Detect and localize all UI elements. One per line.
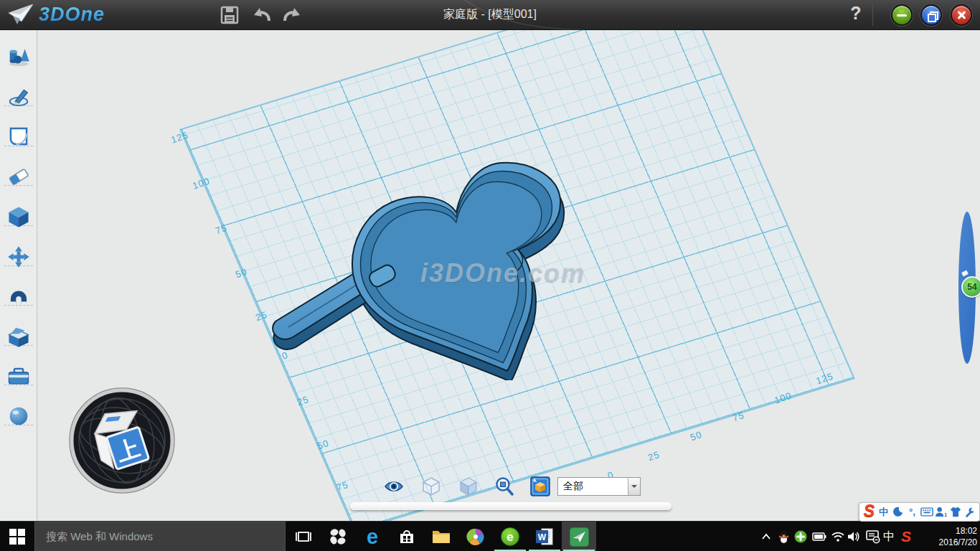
combine-tool-icon[interactable] bbox=[7, 325, 30, 348]
eraser-tool-icon[interactable] bbox=[7, 165, 30, 188]
help-button[interactable]: ? bbox=[847, 3, 865, 27]
chevron-up-icon bbox=[761, 533, 771, 540]
score-badge[interactable]: 54 bbox=[961, 276, 980, 298]
titlebar: 3DOne 家庭版 - [模型001] ? bbox=[0, 0, 980, 30]
colorful-pinwheel-icon bbox=[466, 527, 485, 546]
tray-input-indicator[interactable]: 中 bbox=[881, 522, 897, 551]
visibility-eye-icon[interactable] bbox=[384, 476, 404, 496]
app-logo: 3DOne bbox=[7, 3, 105, 26]
ime-moon-icon[interactable] bbox=[891, 504, 905, 520]
ime-user-badge: 11 bbox=[944, 512, 947, 517]
ime-user-button[interactable]: 11 bbox=[934, 504, 948, 520]
taskbar-app-green-browser[interactable]: e bbox=[493, 522, 527, 551]
sketch-tool-icon[interactable] bbox=[7, 85, 30, 108]
green-browser-glyph: e bbox=[507, 531, 513, 543]
display-filter-value: 全部 bbox=[558, 480, 628, 493]
tray-action-center[interactable] bbox=[864, 522, 882, 551]
ime-toolbar: S 中 °, 11 bbox=[859, 502, 980, 522]
windows-logo-icon bbox=[9, 529, 25, 545]
axis-label: 25 bbox=[646, 449, 661, 463]
battery-icon bbox=[812, 532, 826, 541]
view-cube[interactable]: 上 bbox=[65, 383, 179, 498]
taskbar-app-store[interactable] bbox=[390, 522, 424, 551]
titlebar-separator bbox=[872, 4, 873, 26]
save-icon[interactable] bbox=[220, 5, 240, 25]
move-tool-icon[interactable] bbox=[7, 245, 30, 268]
shaded-cube-icon[interactable] bbox=[458, 476, 479, 496]
clock-date: 2016/7/20 bbox=[930, 537, 977, 548]
clock-time: 18:02 bbox=[930, 525, 977, 537]
zoom-magnifier-icon[interactable] bbox=[494, 476, 514, 496]
wireframe-cube-icon[interactable] bbox=[421, 476, 441, 496]
taskbar-app-edge[interactable]: e bbox=[355, 522, 390, 551]
chevron-down-icon[interactable] bbox=[628, 478, 640, 495]
word-icon: W bbox=[535, 528, 554, 545]
ime-settings-wrench-icon[interactable] bbox=[963, 504, 976, 520]
pinwheel-icon bbox=[329, 528, 347, 545]
magnet-tool-icon[interactable] bbox=[7, 285, 30, 308]
tool-sidebar bbox=[0, 30, 37, 521]
ime-punctuation-button[interactable]: °, bbox=[905, 504, 919, 520]
tray-wifi[interactable] bbox=[829, 522, 847, 551]
viewport-canvas[interactable]: 125 100 75 50 25 0 25 50 75 0 25 50 75 1… bbox=[0, 0, 980, 551]
ime-mode-button[interactable]: 中 bbox=[877, 504, 890, 520]
render-tool-icon[interactable] bbox=[7, 405, 30, 428]
view-toolbar-handle[interactable] bbox=[350, 502, 672, 510]
3done-app-icon bbox=[570, 527, 589, 547]
close-icon bbox=[956, 10, 966, 20]
primitives-tool-icon[interactable] bbox=[7, 44, 30, 67]
toolbox-tool-icon[interactable] bbox=[7, 365, 30, 388]
render-mode-icon[interactable] bbox=[530, 476, 550, 496]
sogou-tray-icon: S bbox=[901, 528, 911, 545]
sogou-logo-icon[interactable]: S bbox=[862, 503, 876, 519]
taskbar-app-browser-360[interactable] bbox=[458, 522, 493, 551]
undo-icon[interactable] bbox=[253, 5, 273, 25]
restore-icon bbox=[928, 11, 936, 19]
axis-label: 50 bbox=[689, 429, 703, 443]
tray-battery[interactable] bbox=[811, 522, 828, 551]
tray-sogou[interactable]: S bbox=[897, 522, 915, 551]
store-icon bbox=[398, 528, 415, 545]
edge-icon: e bbox=[367, 527, 378, 547]
green-browser-icon: e bbox=[501, 527, 519, 546]
minus-icon bbox=[897, 14, 907, 17]
paper-plane-icon bbox=[7, 3, 34, 26]
ime-keyboard-icon[interactable] bbox=[920, 504, 933, 520]
notification-icon bbox=[866, 530, 880, 544]
app-name: 3DOne bbox=[39, 4, 105, 26]
close-button[interactable] bbox=[951, 4, 972, 26]
qq-penguin-icon bbox=[778, 530, 790, 544]
green-shield-icon bbox=[794, 530, 807, 543]
wifi-icon bbox=[831, 532, 844, 542]
taskbar-app-pinwheel[interactable] bbox=[321, 522, 355, 551]
task-view-icon bbox=[295, 529, 312, 545]
solid-tool-icon[interactable] bbox=[7, 205, 30, 228]
start-button[interactable] bbox=[0, 522, 34, 551]
speaker-icon bbox=[847, 531, 860, 542]
restore-button[interactable] bbox=[920, 4, 942, 26]
tray-chevron-up[interactable] bbox=[758, 522, 775, 551]
redo-icon[interactable] bbox=[281, 5, 301, 25]
tray-qq[interactable] bbox=[775, 522, 792, 551]
minimize-button[interactable] bbox=[891, 4, 913, 26]
taskbar-search-input[interactable]: 搜索 Web 和 Windows bbox=[34, 522, 286, 551]
tray-volume[interactable] bbox=[845, 522, 862, 551]
ime-skin-shirt-icon[interactable] bbox=[948, 504, 962, 520]
search-placeholder: 搜索 Web 和 Windows bbox=[46, 530, 153, 544]
taskbar-app-explorer[interactable] bbox=[424, 522, 458, 551]
surface-tool-icon[interactable] bbox=[7, 125, 30, 148]
titlebar-decor bbox=[0, 0, 980, 30]
task-view-button[interactable] bbox=[286, 522, 321, 551]
input-lang-label: 中 bbox=[883, 529, 895, 545]
taskbar-app-3done[interactable] bbox=[562, 522, 596, 551]
windows-taskbar: 搜索 Web 和 Windows e bbox=[0, 521, 980, 551]
folder-icon bbox=[432, 529, 451, 545]
taskbar-app-word[interactable]: W bbox=[527, 522, 562, 551]
display-filter-select[interactable]: 全部 bbox=[557, 477, 641, 496]
word-glyph: W bbox=[538, 532, 547, 542]
watermark: i3DOne.com bbox=[420, 258, 585, 288]
tray-360[interactable] bbox=[792, 522, 809, 551]
taskbar-clock[interactable]: 18:02 2016/7/20 bbox=[930, 525, 977, 548]
